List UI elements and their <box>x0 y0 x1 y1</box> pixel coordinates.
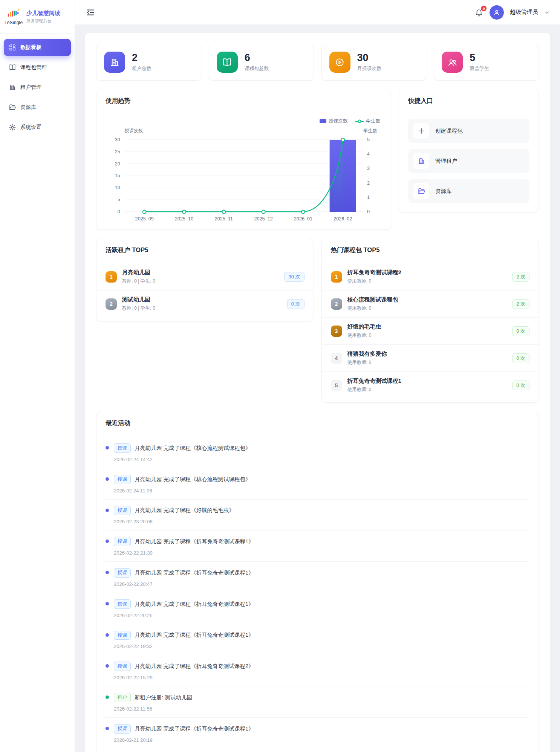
package-name: 好饿的毛毛虫 <box>347 323 381 330</box>
recent-activity-list: 授课 月亮幼儿园 完成了课程《核心流程测试课程包》 2026-02-24 14:… <box>96 433 539 752</box>
stat-label: 覆盖学生 <box>470 65 489 72</box>
tenant-row[interactable]: 2 测试幼儿园 教师: 0 | 学生: 0 0 次 <box>96 290 314 317</box>
sidebar-item-packages[interactable]: 课程包管理 <box>4 59 71 76</box>
folder-icon <box>413 183 429 199</box>
tenant-meta: 教师: 0 | 学生: 0 <box>122 305 155 312</box>
tenant-row[interactable]: 1 月亮幼儿园 教师: 0 | 学生: 0 30 次 <box>96 263 314 290</box>
quick-access-card: 快捷入口 创建课程包 管理租户 资源库 <box>399 90 539 212</box>
user-name[interactable]: 超级管理员 <box>510 9 538 16</box>
quick-access-label: 创建课程包 <box>435 127 463 135</box>
rank-badge: 5 <box>331 380 342 391</box>
sidebar-item-library[interactable]: 资源库 <box>4 99 71 116</box>
legend-label: 学生数 <box>366 118 381 124</box>
app-subtitle: 服务管理后台 <box>26 18 60 24</box>
activity-text: 月亮幼儿园 完成了课程《折耳兔奇奇测试课程1》 <box>135 725 254 732</box>
svg-text:25: 25 <box>115 149 120 154</box>
activity-timestamp: 2026-02-21 20:19 <box>114 737 254 743</box>
activity-tag: 授课 <box>114 568 131 578</box>
svg-text:5: 5 <box>367 137 370 142</box>
svg-text:30: 30 <box>115 137 120 142</box>
legend-item-bar[interactable]: 授课次数 <box>320 118 348 124</box>
activity-item: 授课 月亮幼儿园 完成了课程《折耳兔奇奇测试课程2》 2026-02-22 15… <box>106 655 529 686</box>
app-title: 少儿智慧阅读 <box>26 9 60 17</box>
svg-text:20: 20 <box>115 161 120 167</box>
quick-access-list: 创建课程包 管理租户 资源库 <box>399 111 539 212</box>
usage-trend-card: 使用趋势 授课次数 学生数 05101520253 <box>96 90 391 230</box>
usage-count-badge: 0 次 <box>287 299 304 309</box>
sidebar-item-dashboard[interactable]: 数据看板 <box>4 39 71 56</box>
building-icon <box>104 52 125 73</box>
package-row[interactable]: 5 折耳兔奇奇测试课程1 使用教师: 0 0 次 <box>322 372 539 399</box>
active-tenants-list: 1 月亮幼儿园 教师: 0 | 学生: 0 30 次 2 测试幼儿园 <box>96 260 314 321</box>
activity-tag: 授课 <box>114 662 131 671</box>
svg-text:10: 10 <box>115 185 120 190</box>
activity-item: 授课 月亮幼儿园 完成了课程《折耳兔奇奇测试课程1》 2026-02-22 20… <box>106 562 529 593</box>
active-tenants-title: 活跃租户 TOP5 <box>96 239 314 260</box>
quick-access-create-package[interactable]: 创建课程包 <box>408 119 529 143</box>
package-meta: 使用教师: 0 <box>347 278 401 284</box>
chevron-down-icon[interactable] <box>544 10 549 15</box>
stats-row: 2 租户总数 6 课程包总数 30 月授课次数 <box>96 44 539 81</box>
usage-count-badge: 0 次 <box>512 353 529 363</box>
sidebar-item-tenants[interactable]: 租户管理 <box>4 79 71 96</box>
usage-count-badge: 0 次 <box>512 381 529 390</box>
svg-text:2026–01: 2026–01 <box>294 216 312 222</box>
quick-access-library[interactable]: 资源库 <box>408 179 529 203</box>
svg-text:2026–02: 2026–02 <box>334 216 352 222</box>
activity-timestamp: 2026-02-22 19:32 <box>114 643 254 649</box>
svg-text:2025–10: 2025–10 <box>175 216 193 222</box>
activity-tag: 租户 <box>114 693 131 702</box>
activity-tag: 授课 <box>114 443 131 453</box>
activity-item: 授课 月亮幼儿园 完成了课程《折耳兔奇奇测试课程1》 2026-02-22 19… <box>106 624 529 656</box>
logo: LeSingle 少儿智慧阅读 服务管理后台 <box>0 0 75 34</box>
package-row[interactable]: 4 猜猜我有多爱你 使用教师: 0 0 次 <box>322 345 539 372</box>
activity-dot <box>106 602 109 605</box>
legend-bar-swatch <box>320 119 326 123</box>
folder-icon <box>9 104 16 111</box>
activity-dot <box>106 477 109 481</box>
activity-item: 授课 月亮幼儿园 完成了课程《核心流程测试课程包》 2026-02-24 14:… <box>106 437 529 468</box>
usage-trend-title: 使用趋势 <box>96 90 391 111</box>
svg-text:0: 0 <box>367 209 370 214</box>
activity-timestamp: 2026-02-23 20:06 <box>114 519 234 524</box>
usage-count-badge: 2 次 <box>512 272 529 282</box>
rank-badge: 1 <box>331 271 342 283</box>
book-icon <box>217 52 238 73</box>
legend-item-line[interactable]: 学生数 <box>355 118 381 124</box>
stat-label: 月授课次数 <box>357 65 382 72</box>
activity-tag: 授课 <box>114 475 131 484</box>
rank-badge: 2 <box>331 298 342 310</box>
svg-text:1: 1 <box>367 195 370 200</box>
package-row[interactable]: 3 好饿的毛毛虫 使用教师: 0 0 次 <box>322 318 539 345</box>
package-name: 核心流程测试课程包 <box>347 296 398 303</box>
activity-tag: 授课 <box>114 506 131 515</box>
stat-label: 租户总数 <box>132 65 151 72</box>
active-tenants-card: 活跃租户 TOP5 1 月亮幼儿园 教师: 0 | 学生: 0 30 次 <box>96 239 314 321</box>
activity-dot <box>106 571 109 574</box>
package-row[interactable]: 2 核心流程测试课程包 使用教师: 0 2 次 <box>322 290 539 318</box>
svg-text:15: 15 <box>115 173 120 178</box>
sidebar-collapse-icon[interactable] <box>86 8 95 17</box>
rank-badge: 4 <box>331 353 342 364</box>
book-icon <box>9 64 16 71</box>
activity-timestamp: 2026-02-24 14:42 <box>114 457 251 462</box>
activity-text: 月亮幼儿园 完成了课程《折耳兔奇奇测试课程1》 <box>135 569 254 576</box>
notifications-bell-icon[interactable]: 5 <box>474 8 483 17</box>
package-row[interactable]: 1 折耳兔奇奇测试课程2 使用教师: 0 2 次 <box>322 263 539 290</box>
activity-timestamp: 2026-02-22 21:39 <box>114 550 254 556</box>
activity-text: 月亮幼儿园 完成了课程《折耳兔奇奇测试课程1》 <box>135 538 254 545</box>
activity-timestamp: 2026-02-22 15:29 <box>114 675 254 680</box>
activity-dot <box>106 509 109 512</box>
sidebar-item-settings[interactable]: 系统设置 <box>4 119 71 136</box>
building-icon <box>413 153 429 169</box>
user-avatar[interactable] <box>490 5 504 20</box>
usage-count-badge: 30 次 <box>284 272 304 282</box>
quick-access-manage-tenants[interactable]: 管理租户 <box>408 149 529 173</box>
stat-value: 5 <box>470 52 489 64</box>
rank-badge: 2 <box>106 298 117 310</box>
activity-dot <box>106 540 109 543</box>
chart-legend: 授课次数 学生数 <box>104 117 383 124</box>
activity-item: 授课 月亮幼儿园 完成了课程《折耳兔奇奇测试课程1》 2026-02-21 20… <box>106 718 529 749</box>
activity-text: 月亮幼儿园 完成了课程《好饿的毛毛虫》 <box>135 507 234 514</box>
stat-card: 2 租户总数 <box>96 44 201 81</box>
